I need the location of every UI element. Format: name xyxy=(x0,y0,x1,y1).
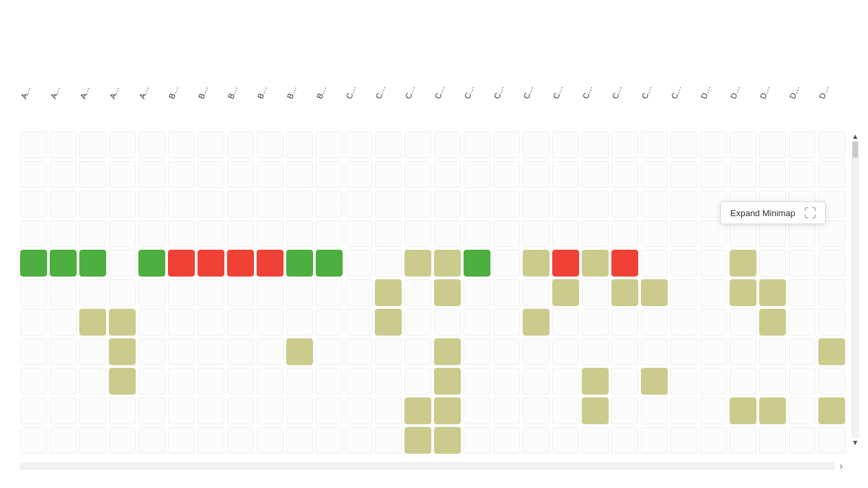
matrix-cell[interactable] xyxy=(523,132,550,158)
matrix-cell[interactable] xyxy=(168,338,195,365)
matrix-cell[interactable] xyxy=(434,368,461,395)
matrix-cell[interactable] xyxy=(168,220,195,247)
matrix-cell[interactable] xyxy=(464,250,490,277)
matrix-cell[interactable] xyxy=(227,191,254,217)
matrix-cell[interactable] xyxy=(50,220,77,247)
matrix-cell[interactable] xyxy=(168,191,195,217)
matrix-cell[interactable] xyxy=(611,161,638,188)
matrix-cell[interactable] xyxy=(552,220,579,247)
matrix-cell[interactable] xyxy=(789,279,816,306)
matrix-cell[interactable] xyxy=(730,250,756,277)
matrix-cell[interactable] xyxy=(434,132,461,158)
matrix-cell[interactable] xyxy=(611,397,638,424)
matrix-cell[interactable] xyxy=(759,427,786,454)
matrix-cell[interactable] xyxy=(700,161,727,188)
matrix-cell[interactable] xyxy=(523,279,550,306)
scroll-down-icon[interactable]: ▼ xyxy=(852,438,859,447)
matrix-cell[interactable] xyxy=(670,250,697,277)
matrix-cell[interactable] xyxy=(50,279,77,306)
matrix-cell[interactable] xyxy=(138,220,165,247)
matrix-cell[interactable] xyxy=(168,309,195,336)
matrix-cell[interactable] xyxy=(700,368,727,395)
hscroll-track[interactable] xyxy=(20,462,834,469)
matrix-cell[interactable] xyxy=(670,132,697,158)
matrix-cell[interactable] xyxy=(345,220,372,247)
matrix-cell[interactable] xyxy=(552,368,579,395)
matrix-cell[interactable] xyxy=(670,368,697,395)
matrix-cell[interactable] xyxy=(316,250,343,277)
matrix-cell[interactable] xyxy=(552,161,579,188)
matrix-cell[interactable] xyxy=(168,427,195,454)
matrix-cell[interactable] xyxy=(434,220,461,247)
matrix-cell[interactable] xyxy=(138,397,165,424)
matrix-cell[interactable] xyxy=(375,191,402,217)
matrix-cell[interactable] xyxy=(138,279,165,306)
matrix-cell[interactable] xyxy=(464,191,490,217)
matrix-cell[interactable] xyxy=(345,368,372,395)
matrix-cell[interactable] xyxy=(404,338,431,365)
matrix-cell[interactable] xyxy=(523,397,550,424)
vertical-scrollbar[interactable]: ▲ ▼ xyxy=(851,132,860,447)
matrix-cell[interactable] xyxy=(641,427,668,454)
matrix-cell[interactable] xyxy=(227,338,254,365)
matrix-cell[interactable] xyxy=(641,397,668,424)
matrix-cell[interactable] xyxy=(79,309,106,336)
matrix-cell[interactable] xyxy=(227,279,254,306)
matrix-cell[interactable] xyxy=(730,220,756,247)
matrix-cell[interactable] xyxy=(109,309,136,336)
matrix-cell[interactable] xyxy=(789,427,816,454)
matrix-cell[interactable] xyxy=(789,368,816,395)
matrix-cell[interactable] xyxy=(227,397,254,424)
matrix-cell[interactable] xyxy=(109,368,136,395)
matrix-cell[interactable] xyxy=(523,427,550,454)
matrix-cell[interactable] xyxy=(375,250,402,277)
matrix-cell[interactable] xyxy=(138,338,165,365)
matrix-cell[interactable] xyxy=(316,368,343,395)
matrix-cell[interactable] xyxy=(641,220,668,247)
matrix-cell[interactable] xyxy=(493,220,520,247)
matrix-cell[interactable] xyxy=(316,397,343,424)
matrix-cell[interactable] xyxy=(109,338,136,365)
matrix-cell[interactable] xyxy=(434,309,461,336)
matrix-cell[interactable] xyxy=(109,161,136,188)
matrix-cell[interactable] xyxy=(464,279,490,306)
matrix-cell[interactable] xyxy=(789,250,816,277)
matrix-cell[interactable] xyxy=(345,132,372,158)
matrix-cell[interactable] xyxy=(434,397,461,424)
matrix-cell[interactable] xyxy=(670,338,697,365)
matrix-cell[interactable] xyxy=(582,220,609,247)
matrix-cell[interactable] xyxy=(611,250,638,277)
matrix-cell[interactable] xyxy=(257,427,284,454)
matrix-cell[interactable] xyxy=(198,220,224,247)
matrix-cell[interactable] xyxy=(198,191,224,217)
matrix-cell[interactable] xyxy=(818,427,845,454)
matrix-cell[interactable] xyxy=(316,220,343,247)
matrix-cell[interactable] xyxy=(138,250,165,277)
matrix-cell[interactable] xyxy=(79,368,106,395)
matrix-cell[interactable] xyxy=(198,132,224,158)
matrix-cell[interactable] xyxy=(641,338,668,365)
matrix-cell[interactable] xyxy=(404,397,431,424)
matrix-cell[interactable] xyxy=(582,397,609,424)
matrix-cell[interactable] xyxy=(404,427,431,454)
column-header[interactable]: DC_Monitoring xyxy=(821,105,851,114)
matrix-cell[interactable] xyxy=(286,397,313,424)
matrix-cell[interactable] xyxy=(227,250,254,277)
matrix-cell[interactable] xyxy=(168,279,195,306)
matrix-cell[interactable] xyxy=(641,191,668,217)
matrix-cell[interactable] xyxy=(552,132,579,158)
matrix-cell[interactable] xyxy=(552,309,579,336)
matrix-cell[interactable] xyxy=(464,309,490,336)
matrix-cell[interactable] xyxy=(286,161,313,188)
matrix-cell[interactable] xyxy=(138,132,165,158)
matrix-cell[interactable] xyxy=(818,397,845,424)
matrix-cell[interactable] xyxy=(493,161,520,188)
matrix-cell[interactable] xyxy=(759,132,786,158)
matrix-cell[interactable] xyxy=(316,279,343,306)
matrix-cell[interactable] xyxy=(375,132,402,158)
matrix-cell[interactable] xyxy=(818,161,845,188)
matrix-cell[interactable] xyxy=(20,161,47,188)
matrix-cell[interactable] xyxy=(670,397,697,424)
matrix-cell[interactable] xyxy=(79,338,106,365)
matrix-cell[interactable] xyxy=(670,427,697,454)
